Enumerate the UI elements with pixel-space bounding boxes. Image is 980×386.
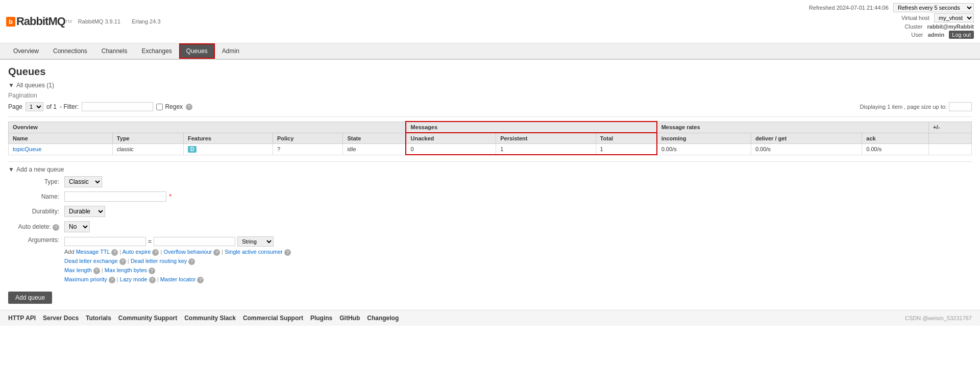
type-control: Classic Quorum Stream — [64, 176, 102, 187]
page-select[interactable]: 1 — [26, 102, 43, 111]
args-input-row: = String Number Boolean — [64, 236, 291, 247]
cell-policy: ? — [273, 144, 342, 155]
main-content: Queues ▼ All queues (1) Pagination Page … — [0, 60, 980, 310]
page-title: Queues — [8, 66, 972, 78]
arg-max-length[interactable]: Max length — [64, 267, 92, 273]
max-priority-help-icon[interactable]: ? — [109, 277, 115, 283]
footer-community-slack[interactable]: Community Slack — [184, 315, 236, 322]
name-label: Name: — [8, 193, 64, 200]
regex-checkbox-label[interactable]: Regex — [156, 103, 183, 110]
nav-admin[interactable]: Admin — [215, 43, 247, 59]
arg-dead-letter-exchange[interactable]: Dead letter exchange — [64, 258, 118, 264]
th-extra — [929, 133, 972, 144]
arguments-control: = String Number Boolean Add Message TTL … — [64, 236, 291, 283]
regex-checkbox[interactable] — [156, 104, 163, 110]
dle-help-icon[interactable]: ? — [119, 258, 126, 265]
nav-bar: Overview Connections Channels Exchanges … — [0, 43, 980, 60]
arguments-row: Arguments: = String Number Boolean Add M… — [8, 236, 972, 283]
arg-master-locator[interactable]: Master locator — [160, 276, 196, 282]
nav-queues[interactable]: Queues — [179, 43, 215, 59]
add-queue-button[interactable]: Add queue — [8, 292, 52, 304]
overflow-help-icon[interactable]: ? — [213, 249, 220, 256]
footer-server-docs[interactable]: Server Docs — [43, 315, 79, 322]
durability-control: Durable Transient — [64, 206, 105, 217]
cell-extra — [929, 144, 972, 155]
logout-button[interactable]: Log out — [949, 31, 974, 39]
display-info: Displaying 1 item , page size up to: 100 — [860, 102, 972, 111]
arg-overflow-behaviour[interactable]: Overflow behaviour — [163, 249, 212, 255]
nav-channels[interactable]: Channels — [94, 43, 135, 59]
arg-lazy-mode[interactable]: Lazy mode — [120, 276, 148, 282]
footer-github[interactable]: GitHub — [339, 315, 360, 322]
page-size-input[interactable]: 100 — [949, 102, 972, 111]
pagination-label: Pagination — [8, 92, 972, 99]
logo-tm: TM — [65, 19, 72, 24]
arg-auto-expire[interactable]: Auto expire — [122, 249, 151, 255]
footer-changelog[interactable]: Changelog — [367, 315, 399, 322]
nav-overview[interactable]: Overview — [6, 43, 46, 59]
queue-name-link[interactable]: topicQueue — [13, 146, 41, 152]
master-locator-help-icon[interactable]: ? — [197, 277, 204, 283]
toggle-arrow-icon: ▼ — [8, 82, 14, 89]
footer-plugins[interactable]: Plugins — [310, 315, 332, 322]
args-key-input[interactable] — [64, 237, 146, 246]
footer-http-api[interactable]: HTTP API — [8, 315, 36, 322]
all-queues-toggle[interactable]: ▼ All queues (1) — [8, 82, 972, 89]
display-count: Displaying 1 item , page size up to: — [860, 104, 947, 110]
cell-deliver-get: 0.00/s — [751, 144, 862, 155]
refresh-info: Refreshed 2024-07-01 21:44:06 Refresh ev… — [809, 3, 974, 12]
refresh-selector[interactable]: Refresh every 5 seconds Refresh every 10… — [893, 3, 974, 12]
auto-delete-help-icon[interactable]: ? — [53, 224, 59, 231]
auto-delete-select[interactable]: No Yes — [64, 221, 90, 232]
pagination-row: Page 1 of 1 - Filter: Regex ? Displaying… — [8, 102, 972, 111]
nav-exchanges[interactable]: Exchanges — [134, 43, 179, 59]
regex-help-icon[interactable]: ? — [186, 104, 192, 110]
nav-connections[interactable]: Connections — [46, 43, 94, 59]
auto-expire-help-icon[interactable]: ? — [152, 249, 159, 256]
name-control: * — [64, 191, 172, 202]
max-length-help-icon[interactable]: ? — [93, 268, 100, 274]
name-input[interactable] — [64, 191, 166, 202]
max-length-bytes-help-icon[interactable]: ? — [149, 268, 155, 274]
th-plus-minus[interactable]: +/- — [929, 122, 972, 133]
th-name: Name — [9, 133, 113, 144]
add-queue-toggle[interactable]: ▼ Add a new queue — [8, 166, 972, 173]
arg-single-active-consumer[interactable]: Single active consumer — [225, 249, 283, 255]
sac-help-icon[interactable]: ? — [284, 249, 291, 256]
th-message-rates: Message rates — [657, 122, 929, 133]
footer-tutorials[interactable]: Tutorials — [86, 315, 111, 322]
msg-ttl-help-icon[interactable]: ? — [111, 249, 118, 256]
vhost-info: Virtual host my_vhost — [809, 13, 974, 22]
top-right-info: Refreshed 2024-07-01 21:44:06 Refresh ev… — [809, 3, 974, 40]
arg-message-ttl[interactable]: Message TTL — [76, 249, 110, 255]
lazy-mode-help-icon[interactable]: ? — [149, 277, 156, 283]
name-row: Name: * — [8, 191, 972, 202]
type-label: Type: — [8, 178, 64, 185]
user-value: admin — [928, 32, 944, 38]
durability-select[interactable]: Durable Transient — [64, 206, 105, 217]
arg-max-length-bytes[interactable]: Max length bytes — [105, 267, 147, 273]
footer-commercial-support[interactable]: Commercial Support — [243, 315, 303, 322]
cell-type: classic — [112, 144, 183, 155]
user-info: User admin Log out — [809, 31, 974, 39]
vhost-selector[interactable]: my_vhost — [934, 13, 974, 22]
args-type-select[interactable]: String Number Boolean — [237, 236, 274, 247]
dlrk-help-icon[interactable]: ? — [188, 258, 195, 265]
logo-icon: b — [6, 17, 15, 27]
durability-row: Durability: Durable Transient — [8, 206, 972, 217]
args-val-input[interactable] — [154, 237, 235, 246]
user-label: User — [911, 32, 923, 38]
filter-input[interactable] — [82, 102, 153, 111]
arg-maximum-priority[interactable]: Maximum priority — [64, 276, 107, 282]
th-state: State — [343, 133, 406, 144]
arg-dead-letter-routing-key[interactable]: Dead letter routing key — [131, 258, 187, 264]
all-queues-label: All queues (1) — [16, 82, 54, 89]
footer-credit: CSDN @weixin_53231767 — [905, 315, 972, 321]
arg-links-3: Max length ? | Max length bytes ? — [64, 267, 291, 274]
footer-community-support[interactable]: Community Support — [118, 315, 177, 322]
add-queue-section: ▼ Add a new queue Type: Classic Quorum S… — [8, 166, 972, 304]
type-select[interactable]: Classic Quorum Stream — [64, 176, 102, 187]
th-deliver-get: deliver / get — [751, 133, 862, 144]
version-info: RabbitMQ 3.9.11 Erlang 24.3 — [78, 18, 166, 25]
th-total: Total — [596, 133, 657, 144]
